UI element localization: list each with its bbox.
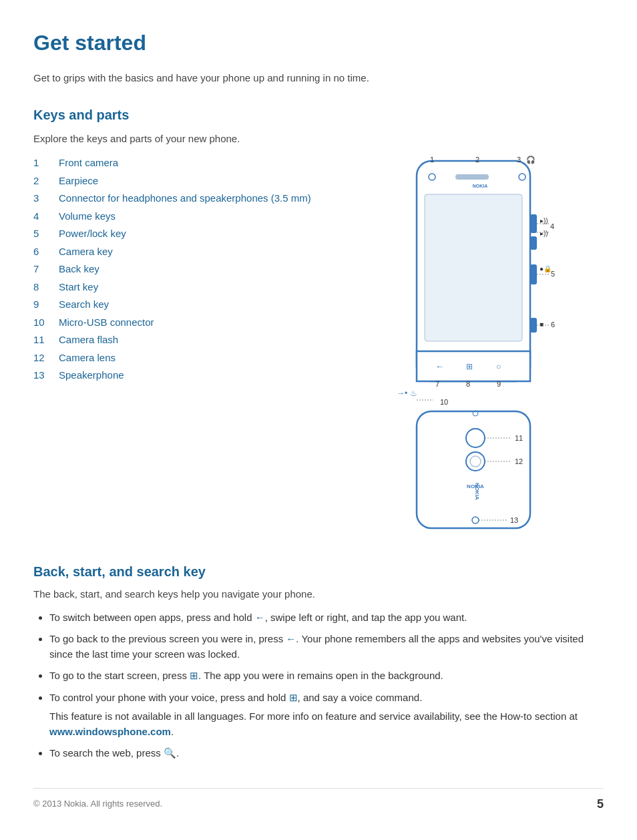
item-label: Speakerphone <box>59 367 363 385</box>
list-item: 9Search key <box>33 296 363 314</box>
svg-text:1: 1 <box>430 156 434 164</box>
bss-subtitle: The back, start, and search keys help yo… <box>33 587 604 602</box>
phone-svg: NOKIA 1 2 3 🎧 ▸)) ▸)) 4 ●🔒 <box>377 154 604 542</box>
svg-text:→• ♨: →• ♨ <box>397 389 417 398</box>
item-number: 3 <box>33 190 59 208</box>
bss-list: To switch between open apps, press and h… <box>33 610 604 761</box>
list-item: 6Camera key <box>33 243 363 261</box>
list-item: 11Camera flash <box>33 331 363 349</box>
svg-text:9: 9 <box>497 380 501 388</box>
list-item: 4Volume keys <box>33 208 363 226</box>
item-number: 8 <box>33 278 59 296</box>
item-number: 12 <box>33 349 59 367</box>
list-item: To go to the start screen, press ⊞. The … <box>49 668 604 684</box>
keys-parts-subtitle: Explore the keys and parts of your new p… <box>33 132 604 147</box>
item-label: Start key <box>59 278 363 296</box>
copyright: © 2013 Nokia. All rights reserved. <box>33 797 162 811</box>
svg-text:←: ← <box>435 361 444 371</box>
item-label: Micro-USB connector <box>59 314 363 332</box>
list-item: 7Back key <box>33 260 363 278</box>
list-item: To switch between open apps, press and h… <box>49 610 604 626</box>
sub-note: This feature is not available in all lan… <box>49 709 604 739</box>
svg-rect-10 <box>530 214 537 233</box>
svg-rect-15 <box>530 264 537 284</box>
svg-text:8: 8 <box>466 380 470 388</box>
bss-heading: Back, start, and search key <box>33 562 604 582</box>
item-number: 9 <box>33 296 59 314</box>
svg-text:5: 5 <box>551 270 555 278</box>
list-item: 12Camera lens <box>33 349 363 367</box>
svg-text:10: 10 <box>440 398 448 406</box>
svg-text:11: 11 <box>515 434 523 442</box>
item-label: Front camera <box>59 154 363 172</box>
svg-text:▸)): ▸)) <box>540 230 548 237</box>
item-label: Search key <box>59 296 363 314</box>
item-number: 13 <box>33 367 59 385</box>
svg-text:2: 2 <box>475 156 479 164</box>
svg-text:13: 13 <box>510 516 518 524</box>
item-label: Camera key <box>59 243 363 261</box>
item-number: 7 <box>33 260 59 278</box>
page-number: 5 <box>597 795 604 813</box>
item-label: Camera flash <box>59 331 363 349</box>
svg-text:6: 6 <box>551 321 555 329</box>
list-item: 5Power/lock key <box>33 225 363 243</box>
svg-text:⊞: ⊞ <box>466 362 473 371</box>
svg-text:12: 12 <box>515 457 523 465</box>
svg-rect-11 <box>530 236 537 250</box>
keys-parts-heading: Keys and parts <box>33 105 604 125</box>
list-item: 2Earpiece <box>33 172 363 190</box>
item-number: 11 <box>33 331 59 349</box>
item-number: 2 <box>33 172 59 190</box>
list-item: 10Micro-USB connector <box>33 314 363 332</box>
svg-text:3: 3 <box>517 156 521 164</box>
website-link: www.windowsphone.com <box>49 726 171 737</box>
item-label: Back key <box>59 260 363 278</box>
item-label: Connector for headphones and speakerphon… <box>59 190 363 208</box>
svg-rect-21 <box>417 351 530 381</box>
item-number: 5 <box>33 225 59 243</box>
item-number: 1 <box>33 154 59 172</box>
main-content: 1Front camera2Earpiece3Connector for hea… <box>33 154 604 542</box>
svg-text:4: 4 <box>550 222 554 230</box>
list-item: 13Speakerphone <box>33 367 363 385</box>
item-number: 4 <box>33 208 59 226</box>
list-item: To go back to the previous screen you we… <box>49 632 604 662</box>
footer: © 2013 Nokia. All rights reserved. 5 <box>33 788 604 813</box>
svg-rect-18 <box>530 318 537 333</box>
intro-text: Get to grips with the basics and have yo… <box>33 71 604 86</box>
list-item: 1Front camera <box>33 154 363 172</box>
parts-list: 1Front camera2Earpiece3Connector for hea… <box>33 154 363 542</box>
phone-diagram: NOKIA 1 2 3 🎧 ▸)) ▸)) 4 ●🔒 <box>377 154 604 542</box>
item-label: Power/lock key <box>59 225 363 243</box>
parts-table: 1Front camera2Earpiece3Connector for hea… <box>33 154 363 385</box>
item-number: 10 <box>33 314 59 332</box>
page-title: Get started <box>33 27 604 59</box>
svg-text:🎧: 🎧 <box>526 155 536 164</box>
item-number: 6 <box>33 243 59 261</box>
item-label: Volume keys <box>59 208 363 226</box>
list-item: To search the web, press 🔍. <box>49 746 604 761</box>
list-item: To control your phone with your voice, p… <box>49 690 604 740</box>
svg-text:○: ○ <box>496 362 501 371</box>
svg-text:7: 7 <box>435 380 439 388</box>
svg-rect-2 <box>455 174 489 180</box>
svg-rect-1 <box>425 194 522 341</box>
list-item: 3Connector for headphones and speakerpho… <box>33 190 363 208</box>
svg-text:NOKIA: NOKIA <box>467 483 484 489</box>
svg-text:▸)): ▸)) <box>540 217 548 224</box>
svg-text:NOKIA: NOKIA <box>473 184 488 188</box>
item-label: Earpiece <box>59 172 363 190</box>
item-label: Camera lens <box>59 349 363 367</box>
list-item: 8Start key <box>33 278 363 296</box>
bss-section: Back, start, and search key The back, st… <box>33 562 604 761</box>
svg-text:■: ■ <box>540 321 544 328</box>
